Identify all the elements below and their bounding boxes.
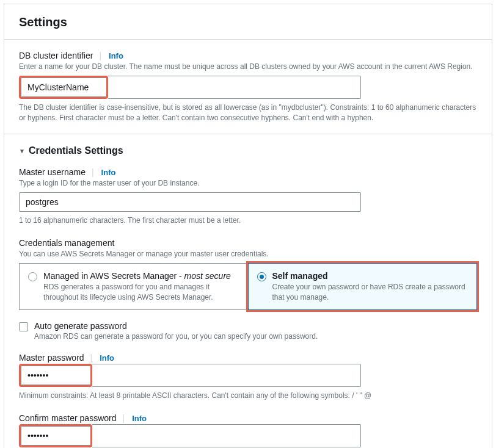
master-username-description: Type a login ID for the master user of y… (19, 178, 477, 189)
confirm-password-label: Confirm master password (19, 413, 117, 423)
credentials-management-group: Credentials management You can use AWS S… (19, 238, 477, 341)
credentials-management-label: Credentials management (19, 238, 477, 248)
divider: | (123, 413, 125, 423)
master-username-input[interactable] (19, 192, 361, 212)
panel-header: Settings (4, 4, 492, 40)
radio-icon-checked (257, 272, 266, 281)
radio-icon (28, 272, 37, 281)
panel-title: Settings (19, 15, 477, 29)
master-password-input[interactable] (21, 366, 90, 385)
credentials-management-description: You can use AWS Secrets Manager or manag… (19, 249, 477, 259)
divider: | (92, 167, 94, 177)
master-password-input-extend[interactable] (92, 364, 361, 387)
cluster-id-input-extend[interactable] (108, 76, 361, 99)
radio-managed-desc: RDS generates a password for you and man… (43, 282, 239, 303)
confirm-password-input-extend[interactable] (92, 424, 361, 447)
radio-self-managed[interactable]: Self managed Create your own password or… (248, 263, 478, 311)
confirm-password-input[interactable] (21, 426, 90, 446)
radio-managed-title: Managed in AWS Secrets Manager - most se… (43, 271, 239, 281)
credentials-toggle[interactable]: ▼ Credentials Settings (19, 145, 477, 156)
divider: | (99, 51, 101, 60)
confirm-password-highlight (19, 424, 92, 447)
settings-panel: Settings DB cluster identifier | Info En… (4, 4, 492, 448)
confirm-password-info-link[interactable]: Info (132, 414, 147, 423)
cluster-id-section: DB cluster identifier | Info Enter a nam… (4, 40, 492, 134)
radio-managed-secrets[interactable]: Managed in AWS Secrets Manager - most se… (19, 263, 248, 311)
credentials-management-options: Managed in AWS Secrets Manager - most se… (19, 263, 477, 311)
radio-self-title: Self managed (272, 271, 469, 281)
cluster-id-label: DB cluster identifier (19, 51, 93, 60)
master-password-group: Master password | Info Minimum constrain… (19, 353, 477, 401)
cluster-id-description: Enter a name for your DB cluster. The na… (19, 62, 477, 72)
cluster-id-help: The DB cluster identifier is case-insens… (19, 103, 477, 123)
divider: | (90, 353, 93, 363)
master-password-info-link[interactable]: Info (100, 353, 114, 363)
credentials-title: Credentials Settings (29, 145, 123, 156)
master-password-highlight (19, 364, 92, 387)
cluster-id-highlight (19, 76, 108, 99)
auto-generate-checkbox[interactable]: Auto generate password Amazon RDS can ge… (19, 321, 477, 341)
credentials-section: ▼ Credentials Settings Master username |… (4, 134, 492, 448)
master-password-label: Master password (19, 353, 84, 363)
checkbox-icon (19, 322, 28, 331)
cluster-id-info-link[interactable]: Info (109, 51, 123, 60)
radio-self-desc: Create your own password or have RDS cre… (272, 282, 469, 303)
auto-generate-label: Auto generate password (34, 321, 477, 331)
confirm-password-group: Confirm master password | Info (19, 413, 477, 447)
triangle-down-icon: ▼ (19, 148, 25, 154)
cluster-id-input[interactable] (21, 78, 106, 97)
master-username-help: 1 to 16 alphanumeric characters. The fir… (19, 215, 477, 226)
master-password-help: Minimum constraints: At least 8 printabl… (19, 391, 477, 401)
auto-generate-desc: Amazon RDS can generate a password for y… (34, 332, 477, 341)
master-username-info-link[interactable]: Info (101, 168, 116, 177)
master-username-group: Master username | Info Type a login ID f… (19, 167, 477, 226)
master-username-label: Master username (19, 167, 86, 177)
